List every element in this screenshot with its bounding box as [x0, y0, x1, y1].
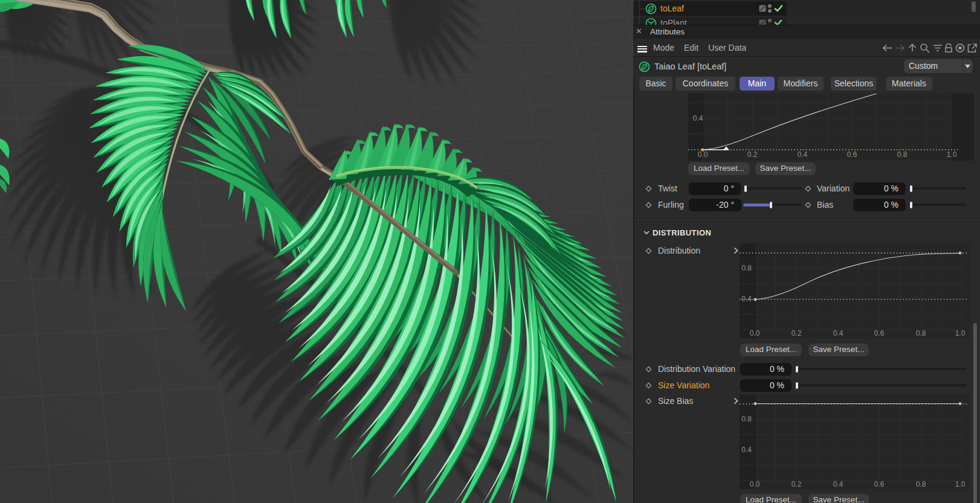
svg-text:0.2: 0.2: [791, 329, 802, 338]
svg-text:0.2: 0.2: [747, 150, 758, 159]
svg-text:0.2: 0.2: [791, 480, 802, 489]
svg-text:0.8: 0.8: [897, 150, 907, 159]
svg-text:1.0: 1.0: [947, 150, 957, 159]
svg-text:0.6: 0.6: [847, 150, 857, 159]
svg-text:0.4: 0.4: [798, 150, 808, 159]
svg-text:0.8: 0.8: [916, 329, 926, 338]
svg-text:0.8: 0.8: [916, 480, 926, 489]
svg-text:0.4: 0.4: [693, 114, 703, 123]
svg-text:0.4: 0.4: [741, 295, 752, 303]
svg-text:0.4: 0.4: [741, 446, 752, 454]
svg-text:0.6: 0.6: [874, 329, 885, 338]
svg-text:0.8: 0.8: [741, 415, 752, 423]
svg-text:0.0: 0.0: [698, 150, 708, 159]
svg-text:0.6: 0.6: [874, 480, 885, 489]
svg-text:1.0: 1.0: [955, 329, 965, 338]
svg-text:0.0: 0.0: [750, 329, 760, 338]
svg-text:0.0: 0.0: [750, 480, 760, 489]
svg-text:1.0: 1.0: [955, 480, 965, 489]
svg-text:0.4: 0.4: [833, 329, 843, 338]
svg-text:0.8: 0.8: [741, 264, 752, 272]
svg-text:0.4: 0.4: [833, 480, 843, 489]
